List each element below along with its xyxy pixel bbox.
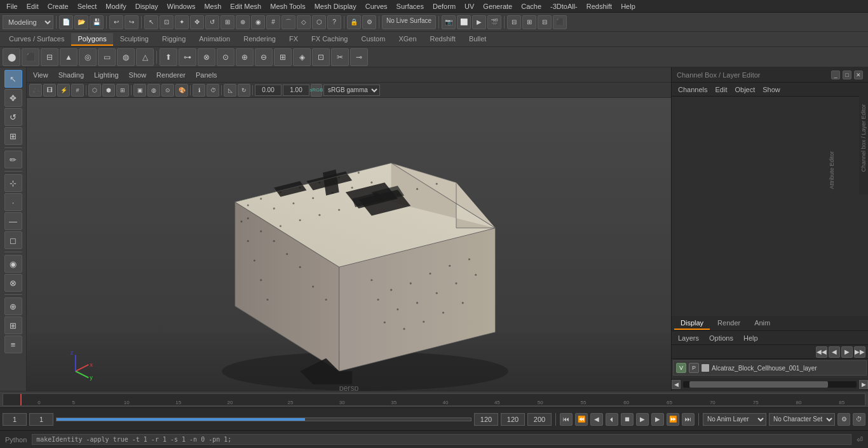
camera-btn[interactable]: 📷 (442, 15, 456, 29)
viewport-offset-y[interactable] (283, 85, 309, 96)
range-end-input[interactable] (501, 413, 525, 426)
menu-curves[interactable]: Curves (362, 1, 391, 11)
python-script-input[interactable]: makeIdentity -apply true -t 1 -r 1 -s 1 … (32, 434, 851, 445)
rp-maximize-btn[interactable]: □ (843, 71, 851, 79)
vt-depth-btn[interactable]: ⊙ (161, 84, 174, 97)
move-btn[interactable]: ✥ (190, 15, 204, 29)
cb-menu-object[interactable]: Object (732, 85, 757, 95)
vertex-mode-btn[interactable]: · (4, 193, 22, 211)
cb-menu-edit[interactable]: Edit (712, 85, 729, 95)
tab-rendering[interactable]: Rendering (237, 33, 282, 46)
menu-windows[interactable]: Windows (163, 1, 200, 11)
layer-tab-display[interactable]: Display (674, 317, 710, 330)
le-prev-btn[interactable]: ◀ (829, 346, 840, 358)
layer-visibility-btn[interactable]: V (676, 363, 686, 373)
shelf-btn-plane[interactable]: ▭ (98, 48, 116, 66)
anim-layer-select[interactable]: No Anim Layer (703, 413, 766, 426)
redo-btn[interactable]: ↪ (125, 15, 139, 29)
shelf-btn-fill[interactable]: ◈ (293, 48, 311, 66)
go-end-btn[interactable]: ⏭ (682, 413, 695, 426)
shelf-btn-separate[interactable]: ⊖ (255, 48, 273, 66)
lasso-btn[interactable]: ⊡ (159, 15, 173, 29)
menu-edit[interactable]: Edit (23, 1, 43, 11)
universal-manip-btn[interactable]: ⊕ (236, 15, 250, 29)
snap-grid-btn[interactable]: # (266, 15, 280, 29)
timeline-ruler[interactable]: 0 5 10 15 20 25 30 35 40 45 50 55 60 65 … (3, 393, 865, 406)
vt-color-btn[interactable]: 🎨 (175, 84, 188, 97)
le-scroll-left-btn[interactable]: ◀◀ (816, 346, 827, 358)
menu-uv[interactable]: UV (461, 1, 478, 11)
prev-frame-btn[interactable]: ◀ (590, 413, 603, 426)
shelf-btn-combine[interactable]: ⊕ (236, 48, 254, 66)
tab-fx-caching[interactable]: FX Caching (305, 33, 354, 46)
le-menu-layers[interactable]: Layers (675, 333, 702, 343)
open-btn[interactable]: 📂 (74, 15, 88, 29)
render-btn[interactable]: 🎬 (487, 15, 501, 29)
rotate-tool-btn[interactable]: ↺ (4, 108, 22, 126)
soft-select-btn[interactable]: ◉ (251, 15, 265, 29)
cb-menu-show[interactable]: Show (760, 85, 783, 95)
shelf-btn-bevel[interactable]: ⊡ (312, 48, 330, 66)
scale-tool-btn[interactable]: ⊞ (4, 127, 22, 145)
rp-close-btn[interactable]: ✕ (854, 71, 863, 79)
vt-time-btn[interactable]: ⏱ (207, 84, 219, 97)
tab-animation[interactable]: Animation (193, 33, 236, 46)
vt-grid-btn[interactable]: # (71, 84, 84, 97)
le-scroll-right-btn[interactable]: ▶▶ (854, 346, 865, 358)
vt-smooth-btn[interactable]: ⬢ (102, 84, 115, 97)
viewport-menu-panels[interactable]: Panels (193, 70, 220, 80)
shelf-btn-pyramid[interactable]: △ (136, 48, 154, 66)
render-region-btn[interactable]: ⬜ (457, 15, 471, 29)
step-fwd-btn[interactable]: ⏩ (667, 413, 679, 426)
shelf-btn-disc[interactable]: ◍ (117, 48, 135, 66)
tab-redshift[interactable]: Redshift (424, 33, 462, 46)
component-mode-btn[interactable]: ⊹ (4, 174, 22, 192)
play-back-btn[interactable]: ⏴ (606, 413, 618, 426)
le-menu-options[interactable]: Options (707, 333, 736, 343)
playback-speed-btn[interactable]: ⏱ (853, 413, 865, 426)
shelf-btn-smooth[interactable]: ⊙ (217, 48, 234, 66)
ipr-btn[interactable]: ▶ (472, 15, 486, 29)
paint-select-btn[interactable]: ✦ (175, 15, 189, 29)
vt-hud-btn[interactable]: ℹ (193, 84, 205, 97)
outliner-btn[interactable]: ≡ (4, 336, 22, 353)
viewport-menu-lighting[interactable]: Lighting (92, 70, 121, 80)
snap-surface-btn[interactable]: ⬡ (312, 15, 326, 29)
save-btn[interactable]: 💾 (90, 15, 104, 29)
script-run-icon[interactable]: ⏎ (857, 435, 863, 444)
shelf-btn-cylinder[interactable]: ⊟ (41, 48, 58, 66)
edge-mode-btn[interactable]: — (4, 212, 22, 230)
frame-range-bar[interactable] (56, 417, 471, 421)
menu-help[interactable]: Help (617, 1, 639, 11)
current-frame-input[interactable] (3, 413, 27, 426)
menu-edit-mesh[interactable]: Edit Mesh (226, 1, 265, 11)
rp-minimize-btn[interactable]: _ (831, 71, 840, 79)
layer-scrollbar-thumb[interactable] (689, 381, 828, 388)
menu-generate[interactable]: Generate (479, 1, 516, 11)
workspace-dropdown[interactable]: Modeling (3, 15, 53, 29)
maximize-panel-btn[interactable]: ⬛ (553, 15, 567, 29)
rotate-btn[interactable]: ↺ (205, 15, 219, 29)
viewport-menu-shading[interactable]: Shading (56, 70, 86, 80)
menu-mesh[interactable]: Mesh (200, 1, 225, 11)
shelf-btn-multicut[interactable]: ✂ (331, 48, 349, 66)
frame-end-input[interactable] (474, 413, 498, 426)
frame-start-input[interactable] (29, 413, 53, 426)
viewport-menu-view[interactable]: View (31, 70, 51, 80)
char-set-select[interactable]: No Character Set (769, 413, 835, 426)
select-tool-btn[interactable]: ↖ (4, 70, 22, 88)
vt-textures-btn[interactable]: ⊞ (116, 84, 129, 97)
vt-playback-btn[interactable]: ⚡ (57, 84, 70, 97)
vt-xray-btn[interactable]: ◍ (147, 84, 160, 97)
tab-rigging[interactable]: Rigging (156, 33, 192, 46)
split-v-btn[interactable]: ⊟ (538, 15, 552, 29)
shelf-btn-bridge[interactable]: ⊶ (179, 48, 196, 66)
snap-btn[interactable]: ⊕ (4, 297, 22, 315)
vt-refresh-btn[interactable]: ↻ (238, 84, 250, 97)
select-tool-btn[interactable]: ↖ (144, 15, 158, 29)
window-layout-btn[interactable]: ⊟ (507, 15, 521, 29)
layer-p-btn[interactable]: P (689, 363, 699, 373)
tab-fx[interactable]: FX (283, 33, 304, 46)
shelf-btn-boolean[interactable]: ⊗ (198, 48, 215, 66)
tab-custom[interactable]: Custom (355, 33, 392, 46)
